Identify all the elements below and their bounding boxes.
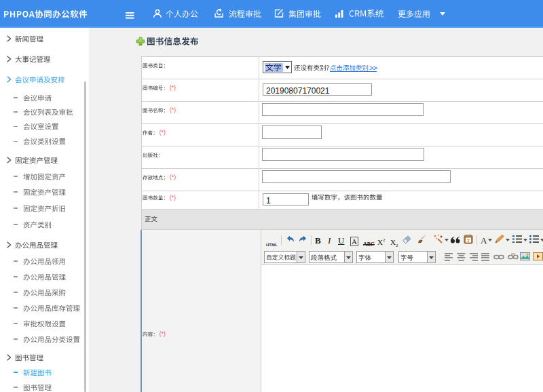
svg-text:T: T: [467, 238, 470, 243]
